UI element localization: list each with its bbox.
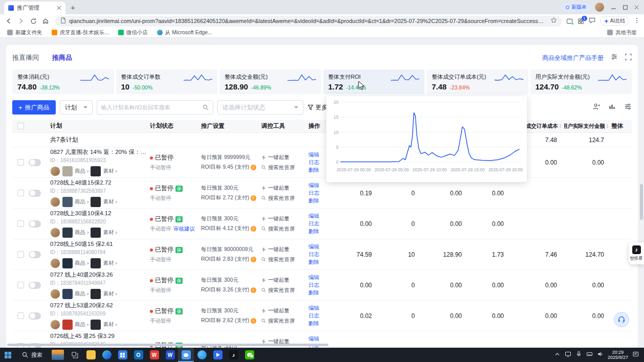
product-link[interactable]: 商品 › bbox=[75, 260, 88, 267]
material-link[interactable]: 素材 › bbox=[103, 290, 117, 298]
material-thumbnail[interactable] bbox=[91, 258, 101, 268]
material-thumbnail[interactable] bbox=[91, 320, 101, 330]
microsoft-store-icon[interactable] bbox=[115, 348, 130, 362]
log-link[interactable]: 日志 bbox=[308, 312, 334, 320]
product-link[interactable]: 商品 › bbox=[75, 290, 88, 298]
chat-app-icon[interactable] bbox=[178, 348, 194, 362]
material-link[interactable]: 素材 › bbox=[103, 229, 117, 236]
keyboard-icon[interactable] bbox=[586, 350, 593, 359]
delete-link[interactable]: 删除 bbox=[308, 258, 334, 266]
stat-card-order-count[interactable]: 整体成交订单数 10-50.00% bbox=[116, 70, 218, 94]
plan-toggle[interactable] bbox=[29, 251, 41, 258]
product-thumbnail[interactable] bbox=[62, 197, 73, 207]
stat-card-user-paid[interactable]: 用户实际支付金额(元) 124.70-48.62% bbox=[530, 70, 632, 94]
one-key-boost-link[interactable]: 一键起量 bbox=[261, 185, 308, 192]
taskbar-clock[interactable]: 20:29 2025/8/27 bbox=[608, 350, 628, 360]
sort-icon[interactable]: ▲▼ bbox=[559, 124, 562, 128]
back-icon[interactable] bbox=[3, 15, 14, 27]
plan-name-link[interactable]: 0728线上50退15 保2.61 bbox=[50, 240, 147, 248]
column-settings-icon[interactable] bbox=[624, 103, 632, 112]
maximize-icon[interactable] bbox=[619, 0, 631, 14]
review-suggestion-link[interactable]: 审核建议 bbox=[173, 225, 195, 232]
column-chart-icon[interactable] bbox=[608, 103, 616, 112]
speaker-icon[interactable] bbox=[597, 350, 604, 359]
photo-preview-thumbnail[interactable] bbox=[52, 350, 64, 360]
search-top-screen-link[interactable]: 搜索抢首屏 bbox=[261, 256, 308, 263]
tray-chevron-up-icon[interactable] bbox=[554, 350, 561, 359]
row-checkbox[interactable] bbox=[17, 220, 24, 227]
browser-app-icon[interactable] bbox=[194, 348, 210, 362]
chat-sidebar-icon[interactable] bbox=[589, 16, 595, 26]
assistant-widget[interactable]: ♪ 智投星 bbox=[629, 242, 644, 264]
bookmark-star-icon[interactable] bbox=[550, 16, 557, 26]
home-icon[interactable] bbox=[40, 15, 51, 27]
search-top-screen-link[interactable]: 搜索抢首屏 bbox=[261, 318, 308, 325]
fullscreen-icon[interactable] bbox=[625, 53, 632, 62]
log-link[interactable]: 日志 bbox=[308, 281, 334, 289]
col-clipped[interactable]: 整体 bbox=[611, 122, 624, 130]
plan-name-link[interactable]: 0728线上30退10保4.12 bbox=[50, 210, 147, 217]
outlook-icon[interactable]: O bbox=[130, 348, 146, 362]
refresh-icon[interactable] bbox=[28, 15, 39, 27]
bookmark-weixin-shop[interactable]: 微信小店 bbox=[118, 29, 148, 36]
search-input[interactable] bbox=[101, 104, 199, 110]
one-key-boost-link[interactable]: 一键起量 bbox=[261, 246, 308, 253]
task-view-icon[interactable] bbox=[67, 348, 83, 362]
edit-link[interactable]: 编辑 bbox=[308, 304, 334, 312]
product-thumbnail[interactable] bbox=[62, 228, 73, 238]
delete-link[interactable]: 删除 bbox=[308, 228, 334, 235]
search-icon[interactable] bbox=[203, 104, 209, 110]
one-key-boost-link[interactable]: 一键起量 bbox=[261, 277, 308, 284]
material-thumbnail[interactable] bbox=[91, 166, 101, 176]
search-top-screen-link[interactable]: 搜索抢首屏 bbox=[261, 195, 308, 202]
product-thumbnail[interactable] bbox=[62, 289, 73, 299]
col-tools[interactable]: 调控工具 bbox=[261, 122, 308, 130]
meeting-app-icon[interactable] bbox=[210, 348, 226, 362]
select-all-checkbox[interactable] bbox=[17, 123, 24, 129]
close-window-icon[interactable] bbox=[631, 0, 642, 14]
tab-products[interactable]: 推商品 bbox=[52, 53, 72, 62]
stat-card-deal-amount[interactable]: 整体成交金额(元) 128.90-46.89% bbox=[219, 70, 321, 94]
row-checkbox[interactable] bbox=[17, 251, 24, 258]
product-link[interactable]: 商品 › bbox=[75, 229, 88, 236]
plan-name-link[interactable]: 0827 儿童围衣 14% 返：20% 保：9.92 bbox=[50, 148, 147, 156]
plan-toggle[interactable] bbox=[29, 190, 41, 197]
other-bookmarks[interactable]: 其他书签 bbox=[607, 29, 637, 36]
stat-card-order-cost[interactable]: 整体成交订单成本(元) 7.48-23.84% bbox=[427, 70, 528, 94]
url-text[interactable]: qianchuan.jinritemai.com/uni-prom?aavid=… bbox=[69, 18, 547, 24]
material-thumbnail[interactable] bbox=[91, 289, 101, 299]
horizontal-scrollbar[interactable] bbox=[7, 344, 328, 346]
edit-link[interactable]: 编辑 bbox=[308, 212, 334, 220]
wechat-icon[interactable] bbox=[241, 348, 257, 362]
row-checkbox[interactable] bbox=[17, 190, 24, 196]
one-key-boost-link[interactable]: 一键起量 bbox=[261, 215, 308, 222]
stat-card-consumption[interactable]: 整体消耗(元) 74.80-38.13% bbox=[12, 70, 114, 94]
material-thumbnail[interactable] bbox=[91, 228, 101, 238]
delete-link[interactable]: 删除 bbox=[308, 320, 334, 327]
start-button[interactable] bbox=[0, 348, 16, 362]
wps-icon[interactable]: W bbox=[146, 348, 162, 362]
log-link[interactable]: 日志 bbox=[308, 189, 334, 197]
sort-icon[interactable]: ▲▼ bbox=[606, 124, 609, 128]
share-member-icon[interactable] bbox=[592, 103, 600, 112]
vertical-scrollbar[interactable] bbox=[640, 184, 643, 220]
edit-link[interactable]: 编辑 bbox=[308, 274, 334, 281]
bookmark-huya[interactable]: 虎牙直播-技术娱乐... bbox=[52, 29, 109, 36]
plan-toggle[interactable] bbox=[29, 312, 41, 320]
notification-center-icon[interactable] bbox=[632, 350, 639, 359]
product-link[interactable]: 商品 › bbox=[75, 168, 88, 175]
word-icon[interactable]: W bbox=[162, 348, 178, 362]
material-link[interactable]: 素材 › bbox=[103, 168, 117, 175]
help-button[interactable] bbox=[614, 312, 629, 327]
promote-product-button[interactable]: +推广商品 bbox=[12, 100, 56, 115]
search-top-screen-link[interactable]: 搜索抢首屏 bbox=[261, 225, 308, 233]
new-version-badge[interactable]: 新版本 bbox=[562, 3, 591, 11]
product-manual-link[interactable]: 商品全域推广产品手册 bbox=[542, 54, 604, 62]
file-explorer-icon[interactable] bbox=[83, 348, 99, 362]
browser-profile-avatar[interactable] bbox=[595, 3, 604, 12]
minimize-icon[interactable] bbox=[608, 0, 619, 14]
product-link[interactable]: 商品 › bbox=[75, 198, 88, 206]
new-tab-button[interactable]: + bbox=[71, 4, 75, 11]
plan-status-select[interactable]: 请选择计划状态 bbox=[217, 100, 303, 115]
row-checkbox[interactable] bbox=[17, 282, 24, 288]
